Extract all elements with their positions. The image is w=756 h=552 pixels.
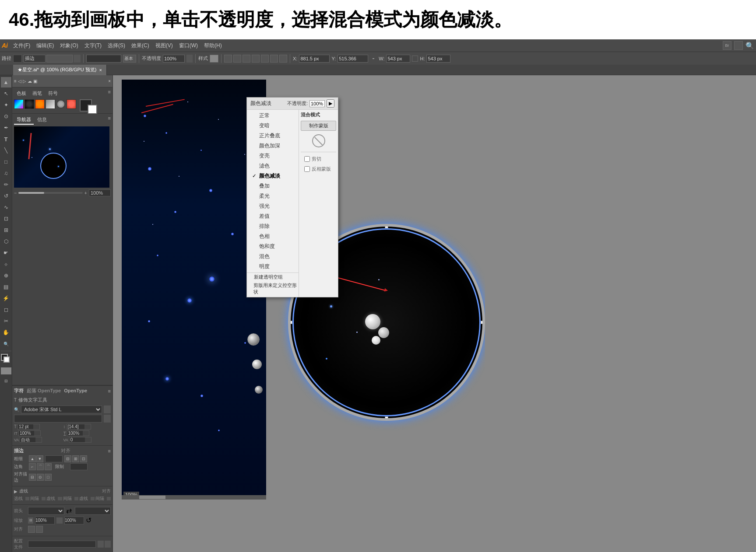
tab-symbols[interactable]: 符号 [46,89,60,98]
hscale-dropdown[interactable] [34,431,40,436]
selection-tool[interactable]: ▲ [1,77,11,87]
scale-refresh-icon[interactable]: ↺ [86,516,91,524]
h-scroll[interactable] [122,495,266,500]
profile-btn-1[interactable] [98,541,104,548]
extra-option-1[interactable]: 新建透明空组 [247,273,299,281]
live-paint[interactable]: ⬡ [1,236,11,247]
opacity-input[interactable] [163,55,185,63]
blend-mode-hard-light[interactable]: 强光 [247,201,299,211]
weight-input[interactable] [45,455,63,462]
magic-wand-tool[interactable]: ✦ [1,100,11,110]
workspace-icon[interactable] [734,41,743,50]
blend-mode-dodge[interactable]: ✓ 颜色减淡 [247,171,299,181]
blend-mode-normal[interactable]: 正常 [247,111,299,121]
profile-input[interactable] [28,541,96,548]
tracking-input[interactable] [20,437,35,442]
menu-help[interactable]: 帮助(H) [201,41,225,50]
arrow-swap-icon[interactable]: ⇄ [66,507,73,515]
swatch-red[interactable] [67,99,76,109]
blend-mode-screen[interactable]: 滤色 [247,161,299,171]
corner-miter[interactable]: ⌐ [29,463,36,470]
invert-checkbox[interactable] [304,166,310,172]
eyedropper[interactable]: ☛ [1,248,11,258]
align-end-btn[interactable] [28,526,35,533]
zoom-tool[interactable]: 🔍 [1,339,11,349]
nav-menu-icon[interactable]: ≡ [108,115,111,125]
line-style[interactable] [86,55,121,63]
h-input[interactable] [426,55,450,63]
corner-round[interactable]: ⌒ [37,463,44,470]
mode-input[interactable] [24,55,46,63]
cap-round[interactable]: ⊙ [37,474,44,481]
blend-mode-exclusion[interactable]: 排除 [247,221,299,231]
weight-down-btn[interactable]: ▲ [29,455,36,462]
tool-icon-2[interactable] [233,55,241,63]
arrow-start-select[interactable] [28,507,64,515]
dropdown-title[interactable]: 颜色减淡 [250,100,271,107]
font-style-input[interactable] [14,415,102,423]
kern-input[interactable] [70,437,85,442]
menu-window[interactable]: 窗口(W) [176,41,200,50]
scale-tool[interactable]: ⊡ [1,213,11,224]
swatch-orange[interactable] [35,99,45,109]
swatch-blue[interactable] [14,99,24,109]
scale-pct-2[interactable] [64,517,84,524]
y-input[interactable] [338,55,368,63]
panel-icon-1[interactable]: ≡ [14,79,17,84]
tab-info[interactable]: 信息 [35,115,49,125]
pen-tool[interactable]: ✒ [1,122,11,133]
kern-dropdown[interactable] [85,437,91,442]
close-tab-icon[interactable]: × [99,67,102,73]
blend-tool[interactable]: ⟐ [1,259,11,269]
mode-dropdown[interactable] [74,55,81,63]
blend-mode-luminosity[interactable]: 明度 [247,262,299,272]
panel-icon-2[interactable]: ◁ [18,79,21,84]
size-dropdown[interactable] [33,424,39,429]
eraser-tool[interactable]: ◻ [1,304,11,315]
vline-expand[interactable]: ▶ [14,489,18,494]
h-scroll-thumb[interactable] [139,496,165,499]
mode-selector[interactable] [46,55,73,63]
direct-selection-tool[interactable]: ↖ [1,88,11,99]
handle-right[interactable] [481,321,484,324]
tool-icon-3[interactable] [243,55,250,63]
make-mask-btn[interactable]: 制作蒙版 [301,121,336,131]
font-dropdown-btn[interactable] [104,405,111,413]
tool-icon-5[interactable] [261,55,269,63]
panel-icon-4[interactable]: ☁ [28,79,32,84]
font-style-dropdown[interactable] [104,415,111,423]
lasso-tool[interactable]: ⊙ [1,111,11,122]
corner-bevel[interactable]: ⌒ [45,463,52,470]
weight-up-btn[interactable]: ▼ [36,455,43,462]
x-input[interactable] [299,55,330,63]
leading-input[interactable] [67,424,84,429]
w-input[interactable] [386,55,410,63]
slice-tool[interactable]: ⚡ [1,293,11,304]
handle-bl[interactable] [289,416,292,420]
warp-tool[interactable]: ∿ [1,202,11,213]
blend-mode-hue[interactable]: 色相 [247,231,299,241]
panel-icon-3[interactable]: ▷ [23,79,26,84]
align-path-btn[interactable] [36,526,43,533]
vscale-input[interactable] [67,431,83,436]
tab-brushes[interactable]: 画笔 [30,89,45,98]
blend-mode-multiply[interactable]: 正片叠底 [247,131,299,141]
link-wh-icon[interactable] [412,56,418,62]
search-icon[interactable]: 🔍 [745,42,754,50]
background-box[interactable] [88,105,97,114]
handle-br[interactable] [481,416,484,420]
blend-mode-lighten[interactable]: 变亮 [247,151,299,161]
opacity-expand[interactable] [186,55,193,63]
menu-file[interactable]: 文件(F) [11,41,33,50]
cut-checkbox[interactable] [304,156,310,162]
path-color-swatch[interactable] [13,55,22,63]
cap-butt[interactable]: ⊟ [29,474,36,481]
profile-btn-2[interactable] [105,541,111,548]
arrow-end-select[interactable] [75,507,111,515]
handle-top[interactable] [385,225,388,228]
hand-tool[interactable]: ✋ [1,327,11,338]
zoom-in-icon[interactable]: + [84,190,87,196]
font-size-input[interactable] [18,424,33,429]
align-inside-btn[interactable]: ⊞ [72,455,79,462]
menu-view[interactable]: 视图(V) [153,41,176,50]
